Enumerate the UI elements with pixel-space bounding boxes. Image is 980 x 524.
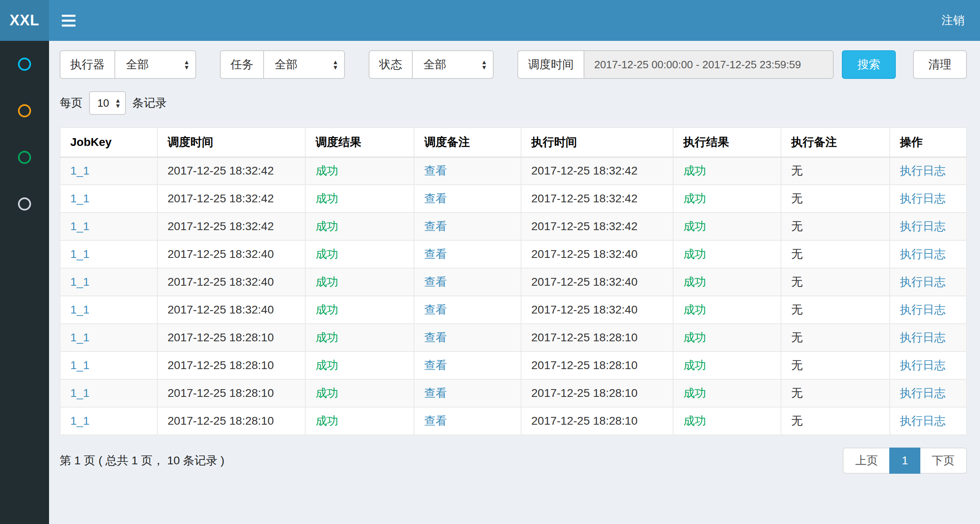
clear-button[interactable]: 清理 xyxy=(913,50,967,79)
time-filter-group: 调度时间 2017-12-25 00:00:00 - 2017-12-25 23… xyxy=(517,50,834,79)
search-button[interactable]: 搜索 xyxy=(842,50,896,79)
dispatch-time-cell: 2017-12-25 18:32:42 xyxy=(157,185,305,213)
dispatch-remark-link[interactable]: 查看 xyxy=(424,275,447,288)
exec-result-cell: 成功 xyxy=(673,157,781,185)
exec-time-cell: 2017-12-25 18:28:10 xyxy=(521,379,673,407)
dispatch-time-cell: 2017-12-25 18:32:40 xyxy=(157,296,305,324)
dispatch-time-cell: 2017-12-25 18:32:42 xyxy=(157,157,305,185)
exec-time-cell: 2017-12-25 18:32:42 xyxy=(521,157,673,185)
executor-filter-value: 全部 xyxy=(126,57,149,72)
jobkey-link[interactable]: 1_1 xyxy=(70,387,89,399)
jobkey-link[interactable]: 1_1 xyxy=(70,414,89,427)
jobkey-link[interactable]: 1_1 xyxy=(70,359,89,372)
dispatch-time-cell: 2017-12-25 18:32:42 xyxy=(157,213,305,240)
exec-remark-cell: 无 xyxy=(781,407,890,435)
dispatch-time-cell: 2017-12-25 18:32:40 xyxy=(157,240,305,268)
jobkey-link[interactable]: 1_1 xyxy=(70,220,89,233)
table-row: 1_1 2017-12-25 18:28:10 成功 查看 2017-12-25… xyxy=(60,324,967,352)
dispatch-remark-link[interactable]: 查看 xyxy=(424,164,447,177)
exec-result-cell: 成功 xyxy=(673,185,781,213)
jobkey-link[interactable]: 1_1 xyxy=(70,331,89,344)
exec-log-link[interactable]: 执行日志 xyxy=(900,303,946,316)
dispatch-result-cell: 成功 xyxy=(305,157,414,185)
circle-icon xyxy=(18,58,31,71)
sidebar-toggle-button[interactable] xyxy=(49,0,88,41)
executor-filter-select[interactable]: 全部 ▲▼ xyxy=(114,50,196,79)
sidebar-item-4[interactable] xyxy=(0,181,49,227)
page-1-button[interactable]: 1 xyxy=(889,448,920,474)
dispatch-remark-link[interactable]: 查看 xyxy=(424,331,447,344)
exec-log-link[interactable]: 执行日志 xyxy=(900,248,946,260)
dispatch-remark-link[interactable]: 查看 xyxy=(424,414,447,427)
logout-link[interactable]: 注销 xyxy=(926,0,980,41)
exec-log-link[interactable]: 执行日志 xyxy=(900,192,946,205)
prev-page-button[interactable]: 上页 xyxy=(843,448,890,474)
exec-log-link[interactable]: 执行日志 xyxy=(900,164,946,177)
exec-result-cell: 成功 xyxy=(673,296,781,324)
column-header: 执行结果 xyxy=(673,128,781,157)
column-header: JobKey xyxy=(60,128,157,157)
page-size-select[interactable]: 10 ▲▼ xyxy=(89,91,126,115)
app-logo: XXL xyxy=(0,0,49,41)
exec-log-link[interactable]: 执行日志 xyxy=(900,331,946,344)
dispatch-remark-link[interactable]: 查看 xyxy=(424,248,447,260)
dispatch-result-cell: 成功 xyxy=(305,268,414,296)
status-filter-group: 状态 全部 ▲▼ xyxy=(369,50,494,79)
sidebar-item-1[interactable] xyxy=(0,41,49,87)
sidebar-menu xyxy=(0,41,49,524)
dispatch-remark-link[interactable]: 查看 xyxy=(424,220,447,233)
exec-result-cell: 成功 xyxy=(673,379,781,407)
jobkey-link[interactable]: 1_1 xyxy=(70,248,89,260)
dispatch-result-cell: 成功 xyxy=(305,240,414,268)
exec-result-cell: 成功 xyxy=(673,213,781,240)
jobkey-link[interactable]: 1_1 xyxy=(70,164,89,177)
exec-remark-cell: 无 xyxy=(781,240,890,268)
dispatch-time-cell: 2017-12-25 18:28:10 xyxy=(157,379,305,407)
jobkey-link[interactable]: 1_1 xyxy=(70,303,89,316)
table-row: 1_1 2017-12-25 18:32:40 成功 查看 2017-12-25… xyxy=(60,296,967,324)
exec-remark-cell: 无 xyxy=(781,379,890,407)
select-arrows-icon: ▲▼ xyxy=(332,59,338,70)
dispatch-result-cell: 成功 xyxy=(305,324,414,352)
exec-time-cell: 2017-12-25 18:32:40 xyxy=(521,296,673,324)
exec-log-link[interactable]: 执行日志 xyxy=(900,275,946,288)
dispatch-time-cell: 2017-12-25 18:28:10 xyxy=(157,352,305,379)
time-range-input[interactable]: 2017-12-25 00:00:00 - 2017-12-25 23:59:5… xyxy=(584,50,834,79)
exec-log-link[interactable]: 执行日志 xyxy=(900,387,946,399)
select-arrows-icon: ▲▼ xyxy=(183,59,190,70)
exec-time-cell: 2017-12-25 18:32:42 xyxy=(521,213,673,240)
column-header: 执行备注 xyxy=(781,128,890,157)
status-filter-value: 全部 xyxy=(423,57,446,72)
dispatch-remark-link[interactable]: 查看 xyxy=(424,387,447,399)
sidebar-item-2[interactable] xyxy=(0,87,49,134)
exec-remark-cell: 无 xyxy=(781,296,890,324)
table-row: 1_1 2017-12-25 18:32:40 成功 查看 2017-12-25… xyxy=(60,240,967,268)
dispatch-remark-link[interactable]: 查看 xyxy=(424,192,447,205)
circle-icon xyxy=(18,197,31,210)
exec-log-link[interactable]: 执行日志 xyxy=(900,220,946,233)
dispatch-remark-link[interactable]: 查看 xyxy=(424,303,447,316)
log-table: JobKey调度时间调度结果调度备注执行时间执行结果执行备注操作 1_1 201… xyxy=(60,127,967,435)
table-row: 1_1 2017-12-25 18:32:40 成功 查看 2017-12-25… xyxy=(60,268,967,296)
status-filter-select[interactable]: 全部 ▲▼ xyxy=(412,50,494,79)
job-filter-label: 任务 xyxy=(220,50,263,79)
exec-time-cell: 2017-12-25 18:28:10 xyxy=(521,407,673,435)
page-size-suffix: 条记录 xyxy=(132,95,167,111)
exec-result-cell: 成功 xyxy=(673,407,781,435)
job-filter-select[interactable]: 全部 ▲▼ xyxy=(263,50,345,79)
exec-time-cell: 2017-12-25 18:32:40 xyxy=(521,240,673,268)
page-size-row: 每页 10 ▲▼ 条记录 xyxy=(60,91,967,115)
dispatch-remark-link[interactable]: 查看 xyxy=(424,359,447,372)
exec-remark-cell: 无 xyxy=(781,352,890,379)
dispatch-result-cell: 成功 xyxy=(305,352,414,379)
jobkey-link[interactable]: 1_1 xyxy=(70,192,89,205)
next-page-button[interactable]: 下页 xyxy=(920,448,967,474)
jobkey-link[interactable]: 1_1 xyxy=(70,275,89,288)
filter-actions: 搜索 清理 xyxy=(842,50,967,79)
exec-log-link[interactable]: 执行日志 xyxy=(900,414,946,427)
dispatch-result-cell: 成功 xyxy=(305,379,414,407)
executor-filter-group: 执行器 全部 ▲▼ xyxy=(60,50,196,79)
sidebar-item-3[interactable] xyxy=(0,134,49,181)
hamburger-icon xyxy=(62,25,76,27)
exec-log-link[interactable]: 执行日志 xyxy=(900,359,946,372)
